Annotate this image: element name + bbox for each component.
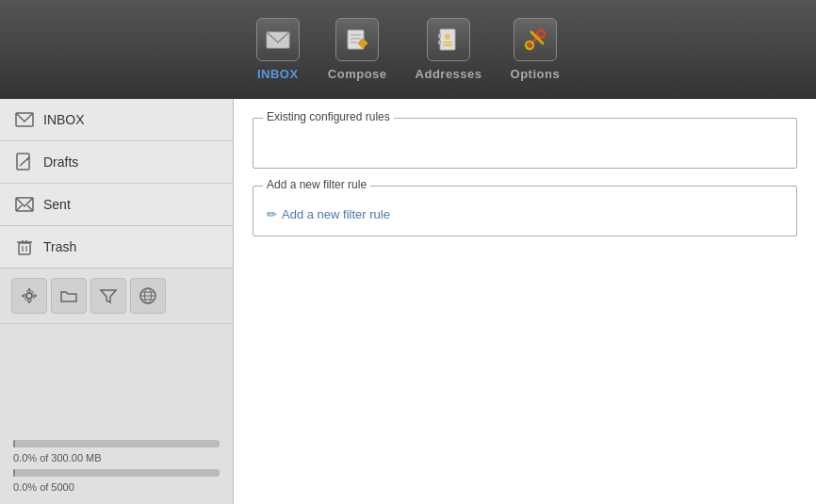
nav-inbox[interactable]: INBOX xyxy=(256,18,300,81)
svg-point-14 xyxy=(537,30,545,38)
existing-rules-content xyxy=(267,128,783,154)
storage-bar-1 xyxy=(13,440,220,447)
compose-label: Compose xyxy=(328,67,387,81)
sidebar-item-trash[interactable]: Trash xyxy=(0,226,233,268)
sidebar-item-inbox[interactable]: INBOX xyxy=(0,99,233,141)
svg-point-10 xyxy=(445,34,450,40)
compose-icon-box xyxy=(335,18,379,61)
svg-marker-33 xyxy=(101,290,116,302)
storage-bar-fill-1 xyxy=(13,440,15,447)
storage-bar-fill-2 xyxy=(13,469,15,477)
sidebar: INBOX Drafts Sent xyxy=(0,99,234,504)
pencil-icon: ✏ xyxy=(267,207,277,221)
sidebar-item-sent[interactable]: Sent xyxy=(0,184,233,226)
svg-rect-11 xyxy=(443,41,452,43)
svg-rect-8 xyxy=(438,34,441,38)
sidebar-storage: 0.0% of 300.00 MB 0.0% of 5000 xyxy=(0,429,233,504)
content-area: Existing configured rules Add a new filt… xyxy=(234,99,816,504)
svg-line-23 xyxy=(27,205,33,211)
svg-point-31 xyxy=(26,293,32,299)
svg-point-32 xyxy=(24,291,35,301)
nav-compose[interactable]: Compose xyxy=(328,18,387,81)
filter-tool-button[interactable] xyxy=(90,278,126,314)
gear-icon xyxy=(20,286,39,305)
existing-rules-fieldset: Existing configured rules xyxy=(253,118,797,169)
addresses-icon-box xyxy=(427,18,470,61)
add-rule-link-text: Add a new filter rule xyxy=(282,207,390,221)
svg-rect-18 xyxy=(17,154,29,170)
inbox-icon xyxy=(265,26,291,53)
inbox-icon-box xyxy=(256,18,300,61)
main-layout: INBOX Drafts Sent xyxy=(0,99,816,504)
globe-tool-button[interactable] xyxy=(130,278,166,314)
drafts-icon xyxy=(15,153,34,171)
folder-tool-button[interactable] xyxy=(51,278,87,314)
sent-sidebar-label: Sent xyxy=(43,197,71,212)
svg-rect-24 xyxy=(19,243,30,254)
settings-tool-button[interactable] xyxy=(11,278,47,314)
sent-icon xyxy=(15,195,34,214)
trash-sidebar-label: Trash xyxy=(43,239,76,254)
sidebar-item-drafts[interactable]: Drafts xyxy=(0,141,233,184)
options-icon-box xyxy=(514,18,557,61)
nav-options[interactable]: Options xyxy=(511,18,561,81)
add-rule-content: ✏ Add a new filter rule xyxy=(267,196,783,222)
add-rule-link[interactable]: ✏ Add a new filter rule xyxy=(267,202,783,221)
add-rule-legend: Add a new filter rule xyxy=(263,178,370,191)
addresses-icon xyxy=(435,26,462,53)
drafts-sidebar-label: Drafts xyxy=(43,154,78,170)
storage-bar-2 xyxy=(13,469,220,477)
filter-icon xyxy=(99,286,118,305)
svg-rect-12 xyxy=(443,44,452,46)
add-rule-fieldset: Add a new filter rule ✏ Add a new filter… xyxy=(253,186,797,236)
inbox-sidebar-icon xyxy=(15,110,34,129)
options-icon xyxy=(522,26,548,53)
svg-line-22 xyxy=(16,205,22,211)
svg-rect-9 xyxy=(438,41,441,44)
top-navigation: INBOX Compose xyxy=(0,0,816,99)
sidebar-tools xyxy=(0,268,233,324)
trash-icon xyxy=(15,237,34,256)
compose-icon xyxy=(344,26,370,53)
folder-icon xyxy=(59,286,78,305)
nav-addresses[interactable]: Addresses xyxy=(416,18,482,81)
globe-icon xyxy=(139,286,157,305)
existing-rules-legend: Existing configured rules xyxy=(263,110,394,123)
inbox-sidebar-label: INBOX xyxy=(43,112,85,127)
addresses-label: Addresses xyxy=(416,67,482,81)
storage-label-2: 0.0% of 5000 xyxy=(13,481,220,493)
options-label: Options xyxy=(511,67,561,81)
storage-label-1: 0.0% of 300.00 MB xyxy=(13,452,220,463)
inbox-label: INBOX xyxy=(257,67,299,81)
